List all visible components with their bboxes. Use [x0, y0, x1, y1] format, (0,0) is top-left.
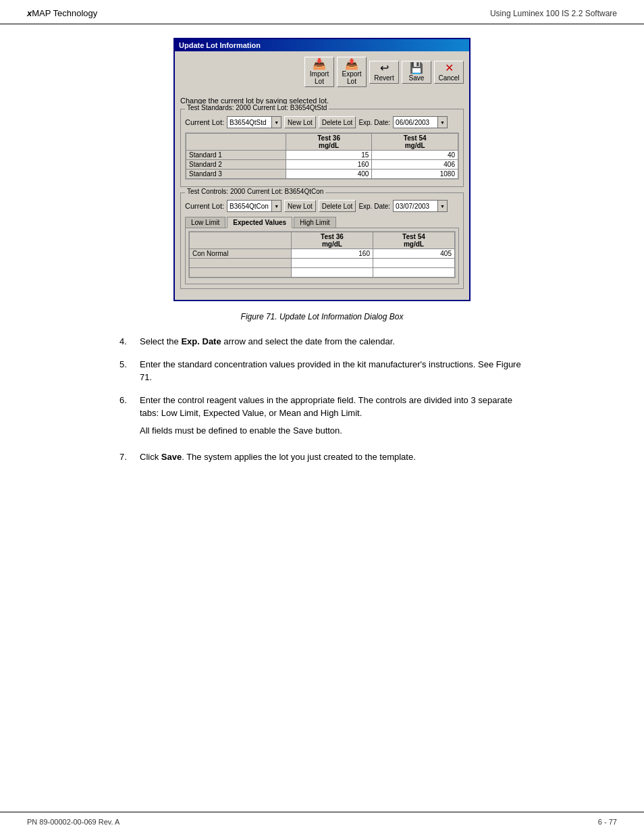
list-content-7: Click Save. The system applies the lot y… — [140, 450, 525, 464]
page: xMAP Technology Using Luminex 100 IS 2.2… — [0, 0, 644, 834]
controls-lot-controls: Current Lot: B3654QtCon ▼ New Lot Delete… — [185, 200, 459, 212]
standards-lot-select-wrapper[interactable]: B3654QtStd ▼ — [227, 116, 281, 128]
list-item-4: 4. Select the Exp. Date arrow and select… — [119, 335, 525, 348]
standards-new-lot-button[interactable]: New Lot — [284, 116, 316, 128]
controls-empty2-test36 — [291, 268, 373, 278]
table-row: Standard 3 400 1080 — [186, 170, 458, 179]
instructions-list: 4. Select the Exp. Date arrow and select… — [119, 335, 525, 473]
list-content-6-para2: All fields must be defined to enable the… — [140, 424, 525, 438]
header-right: Using Luminex 100 IS 2.2 Software — [490, 9, 617, 18]
standards-col-test36: Test 36mg/dL — [286, 134, 372, 151]
standards-group-inner: Current Lot: B3654QtStd ▼ New Lot Delete… — [185, 116, 459, 180]
import-lot-label: ImportLot — [310, 70, 329, 85]
export-lot-icon: 📤 — [345, 59, 358, 70]
controls-row1-test54: 405 — [373, 249, 454, 259]
standards-exp-date-label: Exp. Date: — [358, 119, 390, 126]
dialog-wrapper: Update Lot Information 📥 ImportLot 📤 Exp… — [173, 38, 471, 301]
tab-high-limit[interactable]: High Limit — [294, 217, 336, 228]
controls-new-lot-button[interactable]: New Lot — [284, 200, 316, 212]
controls-group: Test Controls: 2000 Current Lot: B3654Qt… — [180, 192, 464, 289]
list-num-6: 6. — [119, 394, 140, 442]
revert-button[interactable]: ↩ Revert — [369, 61, 399, 84]
revert-label: Revert — [374, 74, 394, 82]
standards-row2-label: Standard 2 — [186, 160, 286, 170]
page-header: xMAP Technology Using Luminex 100 IS 2.2… — [0, 0, 644, 24]
standards-table: Test 36mg/dL Test 54mg/dL Standard 1 15 — [186, 133, 458, 179]
standards-row3-label: Standard 3 — [186, 170, 286, 179]
cancel-icon: ✕ — [445, 63, 454, 74]
table-row: Con Normal 160 405 — [190, 249, 455, 259]
controls-delete-lot-button[interactable]: Delete Lot — [319, 200, 356, 212]
controls-exp-date-label: Exp. Date: — [358, 203, 390, 210]
controls-group-inner: Current Lot: B3654QtCon ▼ New Lot Delete… — [185, 200, 459, 284]
tab-expected-values[interactable]: Expected Values — [227, 217, 292, 228]
standards-delete-lot-button[interactable]: Delete Lot — [319, 116, 356, 128]
footer-left: PN 89-00002-00-069 Rev. A — [27, 818, 119, 826]
controls-exp-date-arrow[interactable]: ▼ — [437, 201, 447, 211]
table-row-empty1 — [190, 259, 455, 268]
figure-caption: Figure 71. Update Lot Information Dialog… — [241, 312, 404, 321]
controls-empty2-label — [190, 268, 292, 278]
revert-icon: ↩ — [380, 63, 389, 74]
save-icon: 💾 — [410, 63, 423, 74]
list-content-6: Enter the control reagent values in the … — [140, 394, 525, 442]
standards-col-label — [186, 134, 286, 151]
footer-right: 6 - 77 — [598, 818, 617, 826]
standards-lot-controls: Current Lot: B3654QtStd ▼ New Lot Delete… — [185, 116, 459, 128]
controls-empty1-test54 — [373, 259, 454, 268]
table-row: Standard 2 160 406 — [186, 160, 458, 170]
controls-table-wrapper: Test 36mg/dL Test 54mg/dL Con Normal 160 — [188, 231, 456, 278]
controls-lot-select-arrow[interactable]: ▼ — [271, 201, 281, 211]
list-item-6: 6. Enter the control reagent values in t… — [119, 394, 525, 442]
cancel-label: Cancel — [438, 74, 459, 82]
list-item-7: 7. Click Save. The system applies the lo… — [119, 450, 525, 464]
list-num-5: 5. — [119, 358, 140, 384]
standards-row3-test36: 400 — [286, 170, 372, 179]
controls-tab-content: Test 36mg/dL Test 54mg/dL Con Normal 160 — [185, 228, 459, 284]
standards-current-lot-label: Current Lot: — [185, 118, 224, 126]
list-item-5: 5. Enter the standard concentration valu… — [119, 358, 525, 384]
controls-table-header-row: Test 36mg/dL Test 54mg/dL — [190, 232, 455, 249]
export-lot-label: ExportLot — [342, 70, 362, 85]
standards-col-test54: Test 54mg/dL — [372, 134, 458, 151]
controls-empty1-test36 — [291, 259, 373, 268]
controls-lot-select-text: B3654QtCon — [227, 201, 271, 211]
header-left: xMAP Technology — [27, 8, 97, 18]
exp-date-bold: Exp. Date — [181, 336, 221, 346]
list-content-5: Enter the standard concentration values … — [140, 358, 525, 384]
controls-lot-select-wrapper[interactable]: B3654QtCon ▼ — [227, 200, 281, 212]
standards-row2-test36: 160 — [286, 160, 372, 170]
list-content-4: Select the Exp. Date arrow and select th… — [140, 335, 525, 348]
standards-exp-date-value: 06/06/2003 — [394, 117, 437, 128]
dialog-toolbar: 📥 ImportLot 📤 ExportLot ↩ Revert 💾 — [180, 57, 464, 91]
tab-low-limit[interactable]: Low Limit — [185, 217, 225, 228]
controls-empty2-test54 — [373, 268, 454, 278]
standards-exp-date-arrow[interactable]: ▼ — [437, 117, 447, 128]
standards-group-title: Test Standards: 2000 Current Lot: B3654Q… — [185, 104, 329, 111]
standards-row2-test54: 406 — [372, 160, 458, 170]
list-num-7: 7. — [119, 450, 140, 464]
dialog-body: 📥 ImportLot 📤 ExportLot ↩ Revert 💾 — [175, 51, 469, 300]
import-lot-button[interactable]: 📥 ImportLot — [304, 57, 334, 87]
table-row: Standard 1 15 40 — [186, 151, 458, 160]
header-brand-text: MAP Technology — [32, 8, 97, 18]
controls-exp-date-value: 03/07/2003 — [394, 201, 437, 211]
save-button[interactable]: 💾 Save — [402, 61, 431, 84]
standards-table-wrapper: Test 36mg/dL Test 54mg/dL Standard 1 15 — [185, 132, 459, 180]
dialog: Update Lot Information 📥 ImportLot 📤 Exp… — [173, 38, 471, 301]
cancel-button[interactable]: ✕ Cancel — [434, 61, 464, 84]
controls-exp-date-wrapper[interactable]: 03/07/2003 ▼ — [393, 200, 448, 212]
controls-row1-label: Con Normal — [190, 249, 292, 259]
standards-table-header-row: Test 36mg/dL Test 54mg/dL — [186, 134, 458, 151]
standards-lot-select-arrow[interactable]: ▼ — [271, 117, 281, 128]
page-footer: PN 89-00002-00-069 Rev. A 6 - 77 — [0, 812, 644, 834]
export-lot-button[interactable]: 📤 ExportLot — [337, 57, 367, 87]
standards-exp-date-wrapper[interactable]: 06/06/2003 ▼ — [393, 116, 448, 128]
controls-tabs: Low Limit Expected Values High Limit — [185, 216, 459, 228]
standards-group: Test Standards: 2000 Current Lot: B3654Q… — [180, 109, 464, 187]
controls-table: Test 36mg/dL Test 54mg/dL Con Normal 160 — [189, 232, 455, 278]
controls-empty1-label — [190, 259, 292, 268]
controls-col-test54: Test 54mg/dL — [373, 232, 454, 249]
controls-col-label — [190, 232, 292, 249]
controls-col-test36: Test 36mg/dL — [291, 232, 373, 249]
